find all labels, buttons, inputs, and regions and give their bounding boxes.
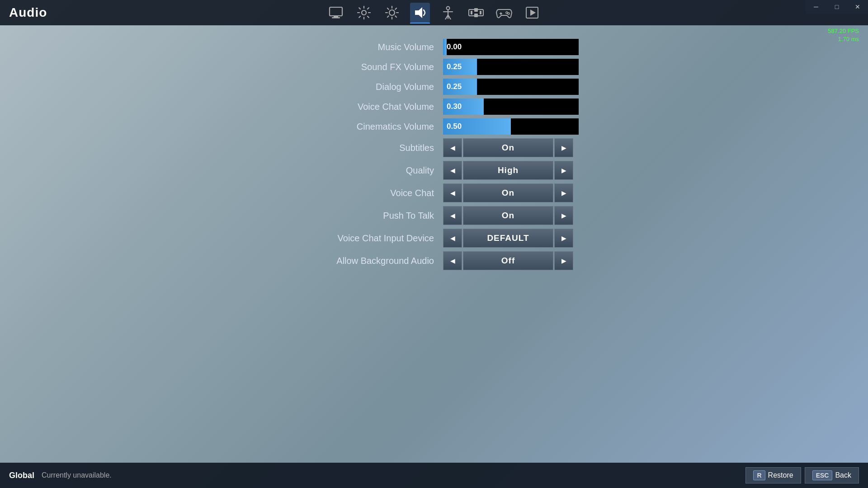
push-to-talk-next-button[interactable]: ▶ xyxy=(554,206,573,225)
main-content: Music Volume 0.00 Sound FX Volume 0.25 xyxy=(0,25,868,463)
voice-chat-prev-button[interactable]: ◀ xyxy=(443,183,462,202)
dialog-volume-fill: 0.25 xyxy=(443,79,477,95)
push-to-talk-toggle: ◀ On ▶ xyxy=(443,206,573,225)
voice-chat-input-device-row: Voice Chat Input Device ◀ DEFAULT ▶ xyxy=(271,229,597,248)
sound-fx-volume-value: 0.25 xyxy=(447,62,462,71)
back-button[interactable]: ESC Back xyxy=(805,467,859,483)
voice-chat-toggle: ◀ On ▶ xyxy=(443,183,573,202)
dialog-volume-label: Dialog Volume xyxy=(271,82,443,92)
allow-background-audio-row: Allow Background Audio ◀ Off ▶ xyxy=(271,251,597,270)
sound-fx-volume-row: Sound FX Volume 0.25 xyxy=(271,59,597,75)
window-controls: ─ □ ✕ xyxy=(806,0,868,14)
gamepad-nav-icon[interactable] xyxy=(494,3,514,23)
maximize-button[interactable]: □ xyxy=(826,0,847,14)
svg-point-14 xyxy=(447,7,450,10)
sound-fx-volume-label: Sound FX Volume xyxy=(271,62,443,72)
dialog-volume-control[interactable]: 0.25 xyxy=(443,79,597,95)
svg-rect-2 xyxy=(332,17,340,19)
controls-nav-icon[interactable] xyxy=(466,3,486,23)
svg-point-4 xyxy=(389,10,395,15)
voice-chat-volume-value: 0.30 xyxy=(447,102,462,111)
allow-background-audio-prev-button[interactable]: ◀ xyxy=(443,251,462,270)
restore-button[interactable]: R Restore xyxy=(745,467,801,483)
voice-chat-next-button[interactable]: ▶ xyxy=(554,183,573,202)
close-button[interactable]: ✕ xyxy=(847,0,868,14)
push-to-talk-label: Push To Talk xyxy=(271,211,443,221)
music-volume-value: 0.00 xyxy=(447,42,462,52)
sound-fx-volume-control[interactable]: 0.25 xyxy=(443,59,597,75)
quality-label: Quality xyxy=(271,165,443,176)
nav-bar xyxy=(326,3,542,23)
titlebar: Audio xyxy=(0,0,868,25)
cinematics-volume-row: Cinematics Volume 0.50 xyxy=(271,118,597,135)
subtitles-prev-button[interactable]: ◀ xyxy=(443,138,462,157)
monitor-nav-icon[interactable] xyxy=(326,3,346,23)
svg-line-10 xyxy=(395,16,396,17)
voice-chat-input-device-next-button[interactable]: ▶ xyxy=(554,229,573,248)
music-volume-fill: 0.00 xyxy=(443,39,447,55)
page-title: Audio xyxy=(9,5,47,20)
sound-fx-volume-slider[interactable]: 0.25 xyxy=(443,59,579,75)
sound-fx-volume-fill: 0.25 xyxy=(443,59,477,75)
cinematics-volume-label: Cinematics Volume xyxy=(271,122,443,132)
allow-background-audio-toggle: ◀ Off ▶ xyxy=(443,251,573,270)
music-volume-control[interactable]: 0.00 xyxy=(443,39,597,55)
cinematics-volume-control[interactable]: 0.50 xyxy=(443,118,597,135)
voice-chat-volume-slider[interactable]: 0.30 xyxy=(443,99,579,115)
svg-marker-13 xyxy=(415,7,422,18)
push-to-talk-row: Push To Talk ◀ On ▶ xyxy=(271,206,597,225)
brightness-nav-icon[interactable] xyxy=(382,3,402,23)
voice-chat-input-device-value: DEFAULT xyxy=(463,229,553,248)
svg-line-12 xyxy=(395,8,396,9)
settings-container: Music Volume 0.00 Sound FX Volume 0.25 xyxy=(271,39,597,270)
quality-row: Quality ◀ High ▶ xyxy=(271,161,597,180)
svg-rect-0 xyxy=(330,7,342,16)
cinematics-volume-fill: 0.50 xyxy=(443,118,511,135)
voice-chat-value: On xyxy=(463,183,553,202)
quality-control: ◀ High ▶ xyxy=(443,161,597,180)
replay-nav-icon[interactable] xyxy=(522,3,542,23)
subtitles-next-button[interactable]: ▶ xyxy=(554,138,573,157)
status-text: Currently unavailable. xyxy=(42,471,112,479)
settings-nav-icon[interactable] xyxy=(354,3,374,23)
allow-background-audio-next-button[interactable]: ▶ xyxy=(554,251,573,270)
allow-background-audio-label: Allow Background Audio xyxy=(271,256,443,266)
subtitles-label: Subtitles xyxy=(271,143,443,153)
voice-chat-volume-label: Voice Chat Volume xyxy=(271,102,443,112)
music-volume-slider[interactable]: 0.00 xyxy=(443,39,579,55)
push-to-talk-prev-button[interactable]: ◀ xyxy=(443,206,462,225)
quality-prev-button[interactable]: ◀ xyxy=(443,161,462,180)
svg-rect-18 xyxy=(474,8,478,12)
global-label: Global xyxy=(9,471,34,480)
voice-chat-input-device-control: ◀ DEFAULT ▶ xyxy=(443,229,597,248)
voice-chat-label: Voice Chat xyxy=(271,188,443,198)
voice-chat-volume-fill: 0.30 xyxy=(443,99,484,115)
dialog-volume-slider[interactable]: 0.25 xyxy=(443,79,579,95)
cinematics-volume-value: 0.50 xyxy=(447,122,462,131)
svg-line-9 xyxy=(387,8,389,9)
restore-label: Restore xyxy=(768,471,793,479)
restore-key: R xyxy=(753,470,765,480)
svg-point-23 xyxy=(508,13,509,14)
push-to-talk-value: On xyxy=(463,206,553,225)
accessibility-nav-icon[interactable] xyxy=(438,3,458,23)
quality-toggle: ◀ High ▶ xyxy=(443,161,573,180)
voice-chat-volume-control[interactable]: 0.30 xyxy=(443,99,597,115)
bottom-bar: Global Currently unavailable. R Restore … xyxy=(0,463,868,488)
voice-chat-input-device-prev-button[interactable]: ◀ xyxy=(443,229,462,248)
allow-background-audio-control: ◀ Off ▶ xyxy=(443,251,597,270)
cinematics-volume-slider[interactable]: 0.50 xyxy=(443,118,579,135)
bottom-buttons: R Restore ESC Back xyxy=(745,467,859,483)
svg-line-11 xyxy=(387,16,389,17)
audio-nav-icon[interactable] xyxy=(410,3,430,23)
minimize-button[interactable]: ─ xyxy=(806,0,826,14)
dialog-volume-value: 0.25 xyxy=(447,82,462,91)
svg-point-3 xyxy=(362,10,366,15)
svg-marker-25 xyxy=(530,9,536,16)
music-volume-label: Music Volume xyxy=(271,42,443,52)
back-key: ESC xyxy=(812,470,833,480)
voice-chat-input-device-toggle: ◀ DEFAULT ▶ xyxy=(443,229,573,248)
quality-next-button[interactable]: ▶ xyxy=(554,161,573,180)
quality-value: High xyxy=(463,161,553,180)
dialog-volume-row: Dialog Volume 0.25 xyxy=(271,79,597,95)
